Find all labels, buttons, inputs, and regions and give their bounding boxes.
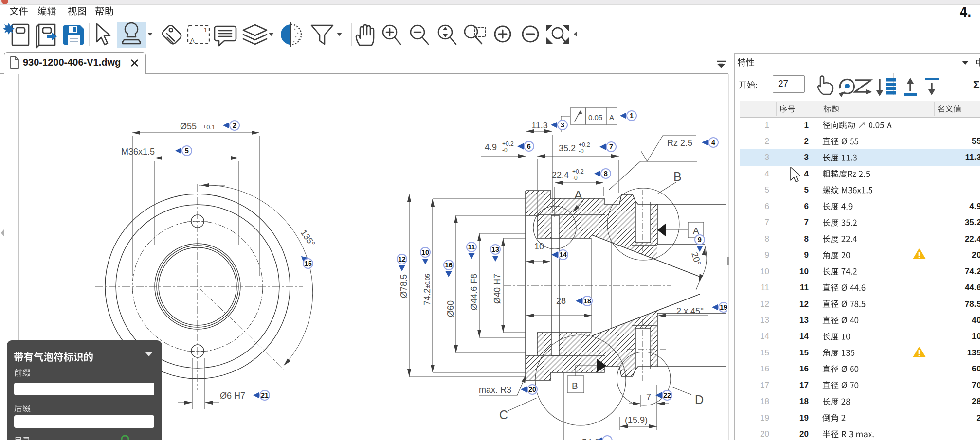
- svg-text:20°: 20°: [690, 251, 703, 266]
- svg-text:6: 6: [527, 142, 531, 150]
- svg-text:74.2±0.05: 74.2±0.05: [422, 274, 432, 305]
- svg-text:10: 10: [421, 248, 429, 256]
- svg-text:15: 15: [304, 260, 312, 267]
- svg-text:Ø40 H7: Ø40 H7: [492, 274, 502, 304]
- svg-text:-0: -0: [572, 175, 578, 181]
- svg-text:12: 12: [398, 255, 406, 263]
- svg-text:+0.2: +0.2: [579, 141, 590, 148]
- svg-text:7: 7: [609, 143, 613, 151]
- svg-text:Ø44.6 F8: Ø44.6 F8: [469, 274, 479, 310]
- svg-text:±0.1: ±0.1: [203, 123, 215, 131]
- svg-text:10: 10: [534, 242, 544, 251]
- svg-text:M36x1.5: M36x1.5: [121, 147, 155, 157]
- svg-text:B: B: [572, 381, 578, 391]
- svg-text:2 x 45°: 2 x 45°: [676, 306, 704, 316]
- svg-text:A: A: [609, 113, 614, 122]
- svg-text:54.6: 54.6: [582, 438, 599, 440]
- svg-text:Rz 2.5: Rz 2.5: [667, 138, 692, 148]
- svg-text:9: 9: [698, 236, 702, 244]
- svg-text:3: 3: [561, 121, 564, 129]
- svg-text:Ø78.5: Ø78.5: [399, 274, 409, 298]
- svg-text:Ø60: Ø60: [446, 300, 455, 317]
- svg-text:+0.2: +0.2: [502, 141, 514, 147]
- svg-text:22: 22: [663, 391, 671, 399]
- svg-text:8: 8: [604, 170, 608, 177]
- svg-text:A: A: [693, 226, 699, 236]
- svg-text:C: C: [499, 408, 508, 422]
- svg-text:A: A: [190, 37, 195, 44]
- svg-text:2: 2: [233, 122, 236, 129]
- svg-text:A: A: [574, 188, 582, 202]
- svg-text:18: 18: [583, 297, 591, 305]
- svg-text:22.4: 22.4: [552, 170, 569, 180]
- svg-text:0.05: 0.05: [588, 113, 602, 122]
- svg-text:11: 11: [468, 243, 475, 251]
- svg-text:Ø6 H7: Ø6 H7: [220, 391, 245, 401]
- svg-text:5: 5: [185, 147, 189, 155]
- svg-text:21: 21: [261, 391, 269, 399]
- svg-text:4.9: 4.9: [485, 142, 497, 152]
- svg-text:16: 16: [445, 261, 453, 269]
- svg-text:14: 14: [559, 251, 567, 259]
- svg-text:1: 1: [204, 26, 207, 34]
- svg-text:-0: -0: [502, 147, 508, 154]
- svg-text:135°: 135°: [299, 228, 317, 248]
- svg-text:28: 28: [556, 296, 566, 306]
- svg-text:(15.9): (15.9): [625, 415, 648, 425]
- svg-text:19: 19: [720, 303, 727, 311]
- svg-text:20: 20: [528, 386, 536, 393]
- svg-text:Ø55: Ø55: [180, 122, 197, 131]
- svg-text:1: 1: [630, 112, 634, 120]
- svg-text:11.3: 11.3: [531, 121, 548, 130]
- svg-text:B: B: [673, 170, 682, 183]
- svg-text:7: 7: [646, 392, 651, 402]
- svg-text:-0: -0: [579, 148, 584, 155]
- svg-text:+0.2: +0.2: [572, 168, 584, 175]
- svg-text:4: 4: [711, 139, 715, 146]
- svg-text:D: D: [695, 393, 704, 406]
- svg-text:13: 13: [491, 246, 499, 253]
- svg-text:max. R3: max. R3: [479, 385, 511, 395]
- svg-text:35.2: 35.2: [559, 143, 576, 153]
